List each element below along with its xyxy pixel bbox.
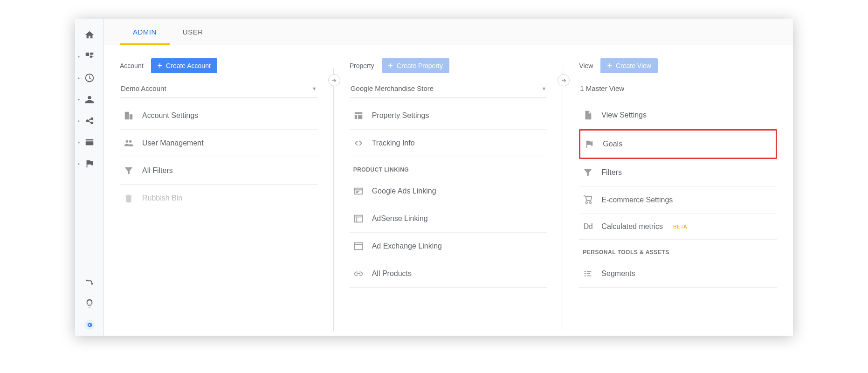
property-settings[interactable]: Property Settings	[350, 102, 548, 130]
plus-icon: +	[388, 62, 393, 70]
flag-icon	[584, 139, 594, 149]
caret-icon: ▸	[78, 118, 80, 123]
property-selected: Google Merchandise Store	[351, 84, 434, 92]
dropdown-arrow-icon: ▼	[541, 86, 546, 91]
item-label: View Settings	[601, 111, 647, 119]
item-label: Calculated metrics	[601, 222, 663, 231]
create-property-button[interactable]: + Create Property	[382, 58, 449, 73]
ads-icon	[353, 186, 364, 196]
dropdown-arrow-icon: ▼	[312, 86, 317, 91]
segments[interactable]: Segments	[579, 260, 777, 288]
caret-icon: ▸	[78, 140, 80, 145]
create-account-button[interactable]: + Create Account	[151, 58, 217, 73]
view-title: View	[579, 62, 593, 69]
cart-icon	[583, 195, 593, 205]
item-label: Ad Exchange Linking	[372, 242, 442, 250]
share-icon	[84, 116, 95, 126]
item-label: Filters	[601, 168, 622, 177]
sidebar-admin[interactable]	[75, 314, 103, 336]
clock-icon	[84, 73, 95, 83]
all-filters[interactable]: All Filters	[120, 157, 318, 185]
all-products[interactable]: All Products	[350, 260, 548, 288]
admin-columns: Account + Create Account Demo Account ▼ …	[104, 45, 793, 336]
funnel-icon	[124, 166, 134, 176]
exchange-icon	[353, 241, 364, 251]
caret-icon: ▸	[78, 161, 80, 166]
item-label: User Management	[142, 139, 204, 147]
ad-exchange-linking[interactable]: Ad Exchange Linking	[350, 233, 548, 260]
gear-icon	[84, 320, 95, 330]
tab-bar: ADMIN USER	[104, 19, 793, 45]
item-label: All Products	[372, 269, 412, 278]
plus-icon: +	[158, 62, 163, 70]
page-icon	[583, 110, 593, 120]
google-ads-linking[interactable]: Google Ads Linking	[350, 178, 548, 205]
account-settings[interactable]: Account Settings	[120, 102, 318, 130]
adsense-linking[interactable]: AdSense Linking	[350, 205, 548, 233]
sidebar-customization[interactable]: ▸	[75, 46, 103, 67]
plus-icon: +	[607, 62, 612, 70]
item-label: Rubbish Bin	[142, 194, 182, 202]
product-linking-heading: PRODUCT LINKING	[350, 157, 548, 178]
create-view-button[interactable]: + Create View	[600, 58, 658, 73]
view-settings[interactable]: View Settings	[579, 102, 777, 129]
calculated-metrics[interactable]: Dd Calculated metrics BETA	[579, 214, 777, 240]
layout-icon	[353, 111, 364, 121]
tracking-info[interactable]: Tracking Info	[350, 130, 548, 157]
view-selector[interactable]: 1 Master View	[579, 82, 777, 97]
funnel-icon	[583, 167, 593, 178]
view-selected: 1 Master View	[580, 84, 624, 92]
item-label: Account Settings	[142, 111, 198, 120]
create-account-label: Create Account	[166, 62, 211, 69]
property-column: Property + Create Property Google Mercha…	[334, 58, 564, 336]
account-selected: Demo Account	[121, 84, 166, 92]
home-icon	[84, 30, 95, 40]
item-label: Tracking Info	[372, 139, 415, 147]
caret-icon: ▸	[78, 54, 80, 59]
sidebar-acquisition[interactable]: ▸	[75, 110, 103, 131]
sidebar-behavior[interactable]: ▸	[75, 131, 103, 153]
user-management[interactable]: User Management	[120, 130, 318, 157]
browser-icon	[84, 137, 95, 147]
path-icon	[84, 277, 95, 287]
sidebar-discover[interactable]	[75, 293, 103, 314]
building-icon	[124, 111, 134, 121]
dashboard-icon	[84, 51, 95, 62]
trash-icon	[124, 193, 134, 203]
property-title: Property	[350, 62, 374, 69]
personal-tools-heading: PERSONAL TOOLS & ASSETS	[579, 240, 777, 260]
goals[interactable]: Goals	[579, 129, 777, 159]
item-label: E-commerce Settings	[601, 196, 673, 204]
tab-user[interactable]: USER	[170, 19, 216, 45]
caret-icon: ▸	[78, 76, 80, 80]
item-label: Segments	[601, 269, 635, 278]
sidebar-realtime[interactable]: ▸	[75, 67, 103, 89]
sidebar-home[interactable]	[75, 24, 103, 46]
caret-icon: ▸	[78, 97, 80, 102]
rubbish-bin[interactable]: Rubbish Bin	[120, 185, 318, 212]
tab-admin[interactable]: ADMIN	[120, 19, 170, 45]
account-title: Account	[120, 62, 144, 69]
item-label: AdSense Linking	[372, 214, 428, 223]
sidebar-conversions[interactable]: ▸	[75, 153, 103, 174]
sidebar-audience[interactable]: ▸	[75, 89, 103, 110]
item-label: Google Ads Linking	[372, 187, 436, 195]
sidebar-attribution[interactable]	[75, 271, 103, 293]
adsense-icon	[353, 214, 364, 224]
beta-badge: BETA	[673, 224, 687, 229]
code-icon	[353, 138, 364, 148]
left-sidebar: ▸ ▸ ▸ ▸ ▸ ▸	[75, 19, 104, 336]
item-label: Property Settings	[372, 111, 429, 120]
flag-icon	[84, 159, 95, 169]
account-collapse-handle[interactable]: ➜	[328, 74, 340, 86]
ecommerce-settings[interactable]: E-commerce Settings	[579, 186, 777, 214]
view-filters[interactable]: Filters	[579, 159, 777, 186]
segments-icon	[583, 269, 593, 279]
dd-icon: Dd	[583, 222, 593, 231]
property-selector[interactable]: Google Merchandise Store ▼	[350, 82, 548, 97]
arrow-right-icon: ➜	[331, 77, 337, 84]
item-label: Goals	[603, 140, 622, 148]
account-selector[interactable]: Demo Account ▼	[120, 82, 318, 97]
person-icon	[84, 94, 95, 104]
arrow-right-icon: ➜	[561, 77, 566, 84]
